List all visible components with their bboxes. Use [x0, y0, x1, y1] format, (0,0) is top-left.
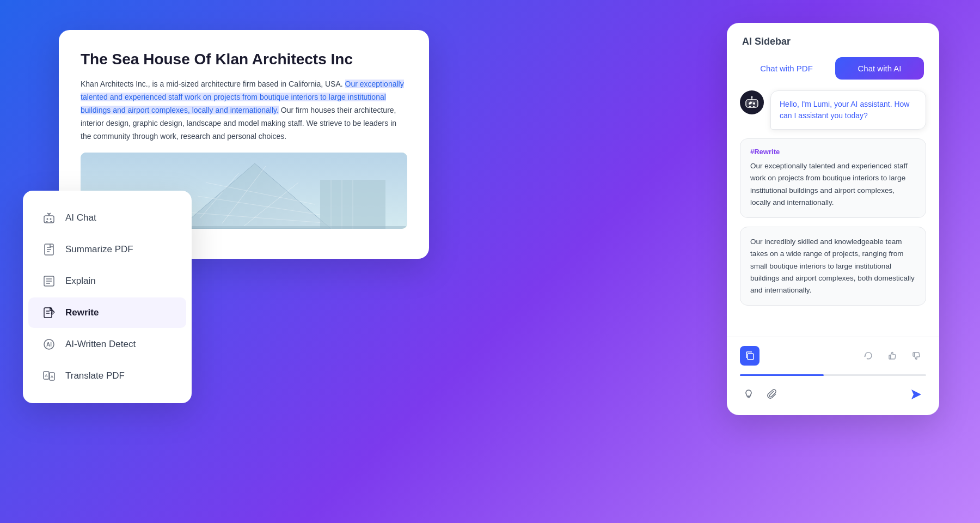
svg-text:A: A	[51, 374, 54, 379]
svg-rect-41	[749, 106, 751, 107]
refresh-icon-button[interactable]	[859, 346, 878, 366]
ai-icon: AI	[41, 337, 57, 352]
copy-icon-button[interactable]	[740, 346, 759, 366]
svg-point-44	[751, 96, 753, 98]
translate-icon: A A	[41, 368, 57, 384]
lines-icon	[41, 273, 57, 289]
menu-item-translate-label: Translate PDF	[65, 370, 125, 381]
svg-rect-42	[753, 106, 755, 107]
svg-rect-49	[748, 354, 754, 360]
progress-fill	[740, 374, 824, 376]
menu-card: AI Chat Summarize PDF Explain	[23, 191, 192, 403]
message-1-tag: #Rewrite	[750, 148, 916, 156]
edit-icon	[41, 305, 57, 320]
svg-point-16	[50, 218, 52, 220]
svg-point-48	[750, 102, 752, 104]
svg-rect-45	[747, 101, 749, 101]
menu-item-summarize-label: Summarize PDF	[65, 244, 133, 255]
sidebar-bottom	[727, 337, 939, 415]
message-2-text: Our incredibly skilled and knowledgeable…	[750, 236, 916, 296]
ai-greeting: Hello, I'm Lumi, your AI assistant. How …	[740, 90, 926, 130]
svg-text:A: A	[45, 373, 48, 378]
svg-rect-50	[889, 355, 891, 359]
sidebar-title: AI Sidebar	[742, 36, 924, 47]
thumbs-down-icon-button[interactable]	[906, 346, 926, 366]
svg-rect-19	[51, 221, 52, 222]
progress-track	[740, 374, 926, 376]
document-title: The Sea House Of Klan Architects Inc	[81, 50, 407, 69]
body-plain: Khan Architects Inc., is a mid-sized arc…	[81, 80, 345, 88]
sidebar-header: AI Sidebar Chat with PDF Chat with AI	[727, 23, 939, 80]
menu-item-ai-chat-label: AI Chat	[65, 212, 96, 223]
tab-chat-ai[interactable]: Chat with AI	[835, 57, 924, 80]
ai-avatar	[740, 90, 764, 114]
svg-point-15	[47, 218, 48, 220]
message-1-text: Our exceptionally talented and experienc…	[750, 160, 916, 209]
svg-text:AI: AI	[46, 342, 52, 348]
svg-marker-54	[911, 390, 921, 399]
input-row	[740, 380, 926, 409]
menu-item-explain-label: Explain	[65, 276, 96, 287]
menu-item-explain[interactable]: Explain	[28, 266, 186, 296]
svg-rect-18	[46, 221, 48, 222]
robot-icon	[41, 210, 57, 226]
tab-chat-pdf[interactable]: Chat with PDF	[742, 57, 831, 80]
ai-sidebar: AI Sidebar Chat with PDF Chat with AI	[727, 23, 939, 415]
menu-item-rewrite-label: Rewrite	[65, 307, 99, 318]
send-icon-button[interactable]	[906, 385, 926, 404]
menu-item-translate[interactable]: A A Translate PDF	[28, 361, 186, 391]
tab-row: Chat with PDF Chat with AI	[742, 57, 924, 80]
document-icon	[41, 242, 57, 257]
lightbulb-icon-button[interactable]	[740, 386, 757, 403]
menu-item-ai-detect-label: AI-Written Detect	[65, 339, 136, 350]
svg-rect-46	[755, 101, 757, 101]
menu-item-summarize-pdf[interactable]: Summarize PDF	[28, 234, 186, 265]
document-body: Khan Architects Inc., is a mid-sized arc…	[81, 78, 407, 143]
ai-greeting-bubble: Hello, I'm Lumi, your AI assistant. How …	[770, 90, 926, 130]
progress-bar	[740, 374, 926, 376]
svg-rect-14	[44, 216, 54, 223]
message-2: Our incredibly skilled and knowledgeable…	[740, 227, 926, 306]
svg-rect-51	[913, 352, 915, 356]
message-1: #Rewrite Our exceptionally talented and …	[740, 138, 926, 218]
paperclip-icon-button[interactable]	[764, 386, 781, 403]
svg-rect-28	[44, 308, 52, 318]
menu-item-ai-detect[interactable]: AI AI-Written Detect	[28, 329, 186, 360]
menu-item-ai-chat[interactable]: AI Chat	[28, 203, 186, 233]
menu-item-rewrite[interactable]: Rewrite	[28, 297, 186, 328]
sidebar-content: Hello, I'm Lumi, your AI assistant. How …	[727, 80, 939, 337]
thumbs-up-icon-button[interactable]	[883, 346, 902, 366]
